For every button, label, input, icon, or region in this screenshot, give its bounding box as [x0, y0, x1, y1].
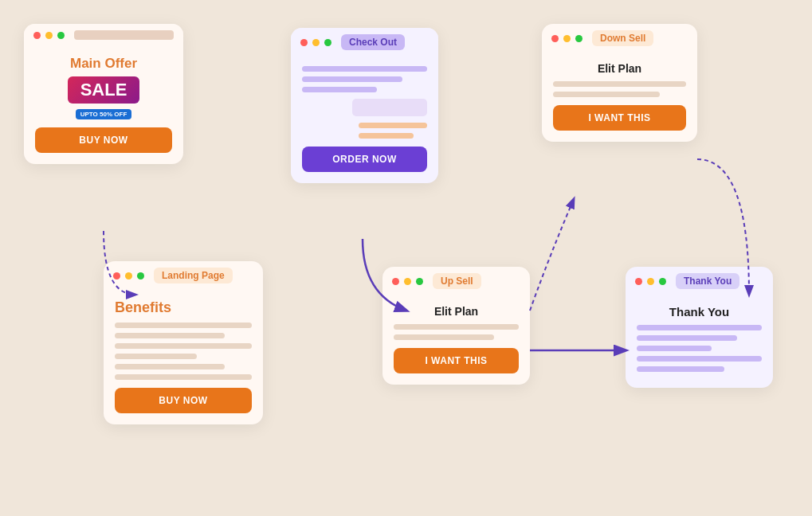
- thankyou-heading: Thank You: [637, 305, 762, 319]
- landing-badge: Landing Page: [154, 268, 233, 283]
- dot-yellow-checkout: [312, 39, 320, 46]
- card-thankyou: Thank You Thank You: [626, 267, 773, 388]
- dot-yellow-upsell: [404, 278, 411, 285]
- dot-yellow-thankyou: [647, 278, 654, 285]
- card-body-checkout: ORDER NOW: [291, 57, 438, 183]
- arrow-upsell-to-downsell: [530, 199, 574, 311]
- dot-green-thankyou: [659, 278, 666, 285]
- dot-green-downsell: [575, 35, 583, 42]
- card-downsell: Down Sell Elit Plan I WANT THIS: [542, 24, 697, 142]
- line: [637, 366, 724, 372]
- buy-now-button-main[interactable]: BUY NOW: [35, 127, 172, 153]
- downsell-plan-name: Elit Plan: [553, 62, 686, 75]
- line: [637, 335, 737, 341]
- dot-yellow-landing: [125, 272, 132, 280]
- line: [302, 66, 427, 72]
- line: [637, 346, 712, 351]
- checkout-badge: Check Out: [341, 34, 405, 50]
- dot-green: [57, 32, 65, 39]
- card-body-downsell: Elit Plan I WANT THIS: [542, 53, 697, 142]
- line: [115, 333, 225, 338]
- sale-sub-badge: UPTO 50% OFF: [76, 109, 132, 119]
- line: [553, 81, 686, 87]
- line: [359, 123, 427, 128]
- checkout-lines-right: [359, 123, 427, 139]
- card-checkout: Check Out ORDER NOW: [291, 28, 438, 183]
- dot-red-upsell: [392, 278, 399, 285]
- sale-badge: SALE: [68, 76, 139, 104]
- upsell-badge: Up Sell: [433, 273, 481, 289]
- sale-wrap: SALE UPTO 50% OFF: [35, 76, 172, 119]
- line: [302, 76, 402, 82]
- line: [115, 374, 252, 380]
- upsell-cta-button[interactable]: I WANT THIS: [394, 348, 519, 373]
- card-main-offer: Main Offer SALE UPTO 50% OFF BUY NOW: [24, 24, 183, 164]
- card-header-thankyou: Thank You: [626, 267, 773, 295]
- benefits-title: Benefits: [115, 299, 252, 316]
- dot-green-landing: [137, 272, 144, 280]
- checkout-input-placeholder: [352, 99, 427, 116]
- line: [359, 133, 414, 139]
- dot-yellow-downsell: [563, 35, 571, 42]
- card-upsell: Up Sell Elit Plan I WANT THIS: [382, 267, 530, 385]
- dot-green-upsell: [416, 278, 423, 285]
- upsell-plan-name: Elit Plan: [394, 305, 519, 318]
- line: [394, 334, 494, 340]
- order-now-button[interactable]: ORDER NOW: [302, 147, 427, 172]
- thankyou-badge: Thank You: [676, 273, 739, 289]
- card-body-main-offer: Main Offer SALE UPTO 50% OFF BUY NOW: [24, 46, 183, 164]
- line: [637, 325, 762, 330]
- line: [302, 87, 377, 92]
- line: [115, 364, 225, 369]
- card-header-upsell: Up Sell: [382, 267, 530, 295]
- header-bar: [74, 30, 174, 40]
- card-header-downsell: Down Sell: [542, 24, 697, 53]
- dot-red-checkout: [300, 39, 308, 46]
- downsell-badge: Down Sell: [592, 30, 653, 46]
- card-body-upsell: Elit Plan I WANT THIS: [382, 295, 530, 385]
- dot-red: [33, 32, 41, 39]
- card-body-thankyou: Thank You: [626, 295, 773, 388]
- line: [115, 343, 252, 349]
- dot-yellow: [45, 32, 53, 39]
- dot-green-checkout: [324, 39, 331, 46]
- line: [115, 322, 252, 328]
- dot-red-thankyou: [635, 278, 642, 285]
- card-body-landing: Benefits BUY NOW: [104, 290, 263, 424]
- line: [637, 356, 762, 362]
- line: [553, 92, 660, 97]
- dot-red-downsell: [551, 35, 559, 42]
- downsell-cta-button[interactable]: I WANT THIS: [553, 105, 686, 131]
- card-landing: Landing Page Benefits BUY NOW: [104, 261, 263, 424]
- line: [394, 324, 519, 330]
- card-header-checkout: Check Out: [291, 28, 438, 57]
- card-header-main-offer: [24, 24, 183, 46]
- checkout-lines-left: [302, 66, 427, 92]
- line: [115, 354, 197, 359]
- dot-red-landing: [113, 272, 120, 280]
- buy-now-button-landing[interactable]: BUY NOW: [115, 388, 252, 413]
- main-offer-title: Main Offer: [35, 56, 172, 72]
- card-header-landing: Landing Page: [104, 261, 263, 290]
